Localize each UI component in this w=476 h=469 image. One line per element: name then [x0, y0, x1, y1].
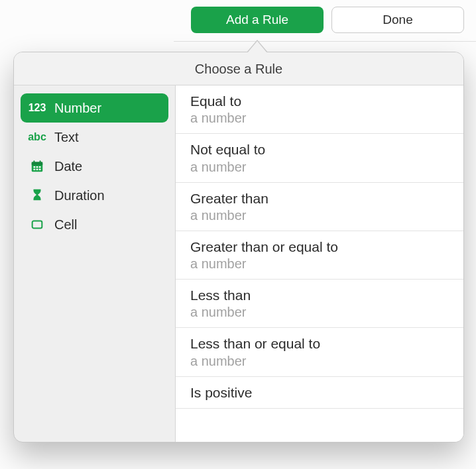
rule-item[interactable]: Less thana number: [176, 280, 463, 328]
sidebar-item-label: Number: [54, 101, 101, 116]
svg-rect-6: [39, 166, 41, 168]
rule-subtitle: a number: [190, 353, 449, 370]
toolbar-divider: [174, 41, 476, 42]
sidebar-item-label: Date: [54, 159, 82, 174]
toolbar: Add a Rule Done: [191, 7, 464, 33]
svg-rect-4: [34, 166, 36, 168]
svg-rect-1: [32, 162, 43, 166]
add-rule-button[interactable]: Add a Rule: [191, 7, 324, 33]
sidebar-item-label: Cell: [54, 217, 77, 233]
rule-item[interactable]: Less than or equal toa number: [176, 328, 463, 376]
rules-list[interactable]: Equal toa numberNot equal toa numberGrea…: [176, 85, 463, 442]
rule-item[interactable]: Greater thana number: [176, 183, 463, 231]
sidebar-item-cell[interactable]: Cell: [21, 210, 168, 239]
choose-rule-popover: Choose a Rule 123NumberabcTextDateDurati…: [13, 52, 464, 443]
svg-rect-3: [40, 160, 41, 164]
hourglass-icon: [29, 188, 46, 203]
svg-rect-7: [34, 169, 36, 170]
rule-subtitle: a number: [190, 304, 449, 321]
rule-item[interactable]: Is positive: [176, 377, 463, 409]
text-icon: abc: [29, 131, 46, 143]
sidebar-item-text[interactable]: abcText: [21, 123, 168, 152]
popover-title: Choose a Rule: [14, 52, 463, 85]
svg-rect-5: [36, 166, 38, 168]
rule-title: Equal to: [190, 93, 449, 110]
popover-body: 123NumberabcTextDateDurationCell Equal t…: [14, 85, 463, 442]
rule-item[interactable]: Equal toa number: [176, 85, 463, 134]
rule-title: Greater than: [190, 190, 449, 207]
done-button[interactable]: Done: [331, 7, 464, 33]
sidebar-item-label: Text: [54, 130, 79, 145]
rule-item[interactable]: Not equal toa number: [176, 134, 463, 182]
cell-icon: [29, 217, 46, 232]
calendar-icon: [29, 159, 46, 174]
rule-subtitle: a number: [190, 110, 449, 127]
svg-rect-2: [34, 160, 35, 164]
sidebar-item-number[interactable]: 123Number: [21, 93, 168, 123]
rule-title: Less than or equal to: [190, 335, 449, 352]
rule-subtitle: a number: [190, 207, 449, 224]
rule-title: Greater than or equal to: [190, 238, 449, 256]
svg-rect-9: [39, 169, 41, 170]
rule-title: Is positive: [190, 384, 449, 401]
rule-title: Less than: [190, 287, 449, 304]
sidebar-item-duration[interactable]: Duration: [21, 181, 168, 210]
number-icon: 123: [29, 102, 46, 114]
rule-subtitle: a number: [190, 256, 449, 272]
sidebar-item-label: Duration: [54, 188, 105, 203]
popover-caret: [247, 40, 268, 52]
svg-rect-10: [32, 221, 42, 229]
sidebar-item-date[interactable]: Date: [21, 152, 168, 181]
svg-rect-8: [36, 169, 38, 170]
rule-item[interactable]: Greater than or equal toa number: [176, 231, 463, 280]
rule-type-sidebar: 123NumberabcTextDateDurationCell: [14, 85, 176, 442]
rule-subtitle: a number: [190, 159, 449, 176]
rule-title: Not equal to: [190, 141, 449, 158]
